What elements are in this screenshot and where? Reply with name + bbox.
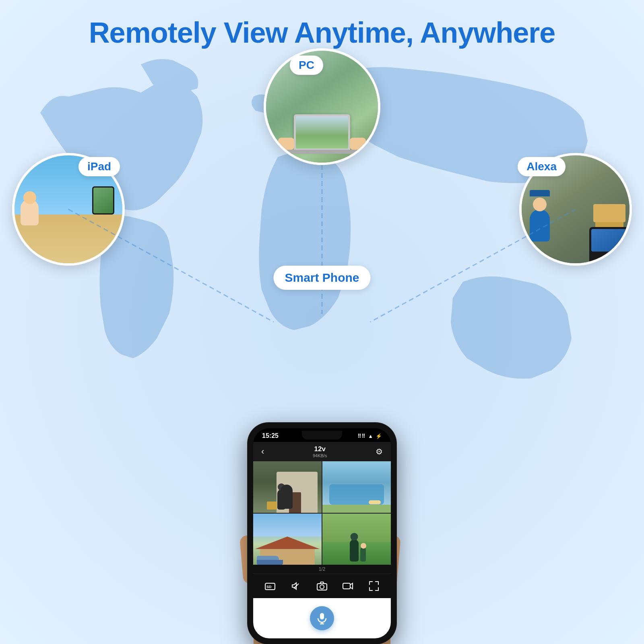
- smartphone-label: Smart Phone: [273, 266, 370, 290]
- back-button[interactable]: ‹: [261, 446, 264, 457]
- svg-rect-8: [343, 583, 350, 589]
- fullscreen-button[interactable]: [367, 579, 381, 593]
- pc-label: PC: [290, 56, 323, 75]
- mute-button[interactable]: [289, 579, 303, 593]
- signal-icon: ⠿⠿: [357, 433, 365, 439]
- data-speed: 94KB/s: [313, 453, 327, 458]
- mic-button[interactable]: [310, 606, 334, 630]
- status-time: 15:25: [262, 432, 279, 440]
- phone-container: 15:25 ⠿⠿ ▲ ⚡ ‹ 12v 94KB/s ⚙: [237, 423, 407, 644]
- wifi-icon: ▲: [368, 433, 373, 439]
- camera-grid: [253, 461, 391, 565]
- camera-cell-1[interactable]: [253, 461, 322, 513]
- phone-device: 15:25 ⠿⠿ ▲ ⚡ ‹ 12v 94KB/s ⚙: [248, 423, 396, 644]
- camera-cell-4[interactable]: [322, 514, 391, 565]
- bottom-toolbar: SD: [253, 574, 391, 598]
- app-header: ‹ 12v 94KB/s ⚙: [253, 442, 391, 461]
- pagination: 1/2: [253, 565, 391, 574]
- settings-button[interactable]: ⚙: [376, 447, 383, 456]
- svg-rect-9: [320, 613, 324, 619]
- ipad-label: iPad: [78, 157, 120, 176]
- svg-text:SD: SD: [266, 585, 272, 589]
- camera-button[interactable]: [315, 579, 329, 593]
- svg-point-7: [320, 585, 324, 589]
- video-button[interactable]: [341, 579, 355, 593]
- page-title: Remotely View Anytime, Anywhere: [0, 16, 644, 49]
- status-icons: ⠿⠿ ▲ ⚡: [357, 433, 382, 439]
- camera-cell-2[interactable]: [322, 461, 391, 513]
- camera-cell-3[interactable]: [253, 514, 322, 565]
- sd-button[interactable]: SD: [263, 579, 277, 593]
- device-name: 12v: [313, 445, 327, 453]
- voice-section: [253, 598, 391, 638]
- app-title: 12v 94KB/s: [313, 445, 327, 458]
- phone-screen: 15:25 ⠿⠿ ▲ ⚡ ‹ 12v 94KB/s ⚙: [253, 428, 391, 638]
- alexa-label: Alexa: [518, 157, 566, 176]
- battery-icon: ⚡: [376, 433, 382, 439]
